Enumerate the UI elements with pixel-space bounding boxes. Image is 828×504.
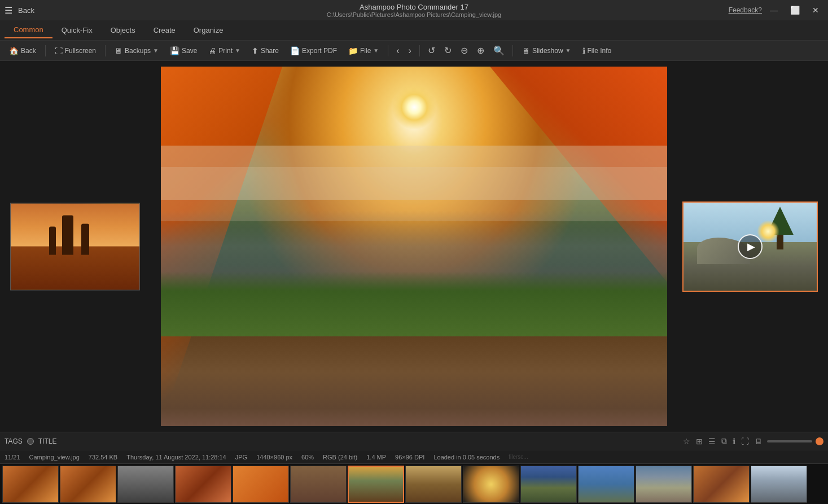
filmstrip-item-9[interactable] — [463, 466, 519, 503]
print-button[interactable]: 🖨 Print ▼ — [204, 44, 245, 58]
title-label[interactable]: TITLE — [38, 437, 57, 445]
rock-formation-2 — [62, 216, 73, 255]
print-label: Print — [218, 47, 233, 55]
status-megapixels: 1.4 MP — [366, 454, 386, 461]
play-icon: ▶ — [747, 240, 755, 253]
back-button[interactable]: 🏠 Back — [5, 44, 41, 58]
export-pdf-button[interactable]: 📄 Export PDF — [286, 44, 341, 58]
file-info-button[interactable]: ℹ File Info — [578, 44, 616, 58]
nav-tabs: Common Quick-Fix Objects Create Organize — [0, 20, 828, 41]
status-filename: Camping_view.jpg — [29, 454, 80, 461]
close-button[interactable]: ✕ — [808, 5, 823, 16]
tab-create[interactable]: Create — [144, 23, 185, 38]
save-icon: 💾 — [170, 46, 179, 55]
foliage — [161, 271, 667, 336]
title-bar: ☰ Back Ashampoo Photo Commander 17 C:\Us… — [0, 0, 828, 20]
export-pdf-icon: 📄 — [290, 46, 300, 55]
rotate-left-button[interactable]: ↺ — [424, 43, 439, 58]
file-button[interactable]: 📁 File ▼ — [344, 44, 383, 58]
grid-icon[interactable]: ⊞ — [695, 436, 704, 447]
status-dpi: 96×96 DPI — [395, 454, 424, 461]
tab-common[interactable]: Common — [5, 22, 52, 38]
minimize-button[interactable]: — — [765, 5, 782, 16]
back-label: Back — [21, 47, 36, 55]
rock-formation-1 — [49, 227, 56, 255]
rotate-right-button[interactable]: ↻ — [441, 43, 455, 58]
share-label: Share — [261, 47, 279, 55]
file-icon: 📁 — [348, 46, 358, 55]
compare-icon[interactable]: ⧉ — [720, 435, 728, 447]
filmstrip-item-2[interactable] — [60, 466, 116, 503]
info2-icon[interactable]: ℹ — [731, 436, 737, 447]
left-thumbnail-image — [11, 203, 139, 290]
filmstrip-item-13[interactable] — [693, 466, 750, 503]
next-button[interactable]: › — [405, 43, 415, 58]
filmstrip-item-6[interactable] — [290, 466, 347, 503]
filmstrip-item-1[interactable] — [2, 466, 59, 503]
zoom-fit-button[interactable]: ⊕ — [474, 43, 488, 58]
tags-label[interactable]: TAGS — [5, 437, 23, 445]
play-button[interactable]: ▶ — [738, 234, 763, 259]
zoom-dot[interactable] — [816, 437, 823, 445]
title-bar-left: ☰ Back — [5, 5, 34, 16]
filmstrip-item-11[interactable] — [578, 466, 634, 503]
toolbar-separator-3 — [388, 45, 388, 56]
filmstrip-item-14[interactable] — [751, 466, 807, 503]
share-icon: ⬆ — [252, 46, 259, 55]
right-thumbnail[interactable]: ▶ — [682, 201, 818, 292]
filmstrip — [0, 463, 828, 504]
left-thumbnail[interactable] — [10, 203, 140, 290]
toolbar-separator-4 — [419, 45, 420, 56]
file-info-icon: ℹ — [582, 46, 585, 55]
restore-button[interactable]: ⬜ — [786, 5, 804, 16]
zoom-in-button[interactable]: 🔍 — [490, 43, 508, 58]
app-title: Ashampoo Photo Commander 17 — [327, 3, 501, 11]
fullscreen2-icon[interactable]: ⛶ — [740, 436, 750, 447]
toolbar-separator-1 — [45, 45, 46, 56]
fullscreen-label: Fullscreen — [65, 47, 96, 55]
list-icon[interactable]: ☰ — [707, 436, 717, 447]
save-label: Save — [182, 47, 197, 55]
main-area: ▶ — [0, 61, 828, 432]
main-image-container — [161, 67, 667, 426]
status-zoom: 60% — [301, 454, 314, 461]
filmstrip-item-8[interactable] — [405, 466, 462, 503]
monitor-icon[interactable]: 🖥 — [753, 436, 764, 447]
tab-objects[interactable]: Objects — [102, 23, 144, 38]
filmstrip-item-4[interactable] — [175, 466, 231, 503]
filmstrip-item-5[interactable] — [233, 466, 289, 503]
slideshow-dropdown-icon: ▼ — [566, 47, 571, 54]
desert-sky — [11, 203, 139, 251]
file-label: File — [360, 47, 371, 55]
share-button[interactable]: ⬆ Share — [247, 44, 283, 58]
status-bar: 11/21 Camping_view.jpg 732.54 KB Thursda… — [0, 450, 828, 463]
filmstrip-item-7[interactable] — [348, 466, 404, 503]
rock-formation-3 — [81, 224, 89, 255]
fullscreen-button[interactable]: ⛶ Fullscreen — [50, 44, 100, 58]
menu-label[interactable]: Back — [18, 6, 34, 15]
tab-organize[interactable]: Organize — [185, 23, 233, 38]
prev-button[interactable]: ‹ — [393, 43, 402, 58]
watermark: filersc... — [509, 454, 528, 460]
slideshow-button[interactable]: 🖥 Slideshow ▼ — [518, 44, 576, 58]
file-info-label: File Info — [588, 47, 612, 55]
title-radio[interactable] — [27, 438, 34, 445]
zoom-out-button[interactable]: ⊖ — [457, 43, 471, 58]
filmstrip-item-3[interactable] — [117, 466, 174, 503]
desert-ground — [11, 247, 139, 290]
toolbar: 🏠 Back ⛶ Fullscreen 🖥 Backups ▼ 💾 Save 🖨… — [0, 41, 828, 61]
feedback-link[interactable]: Feedback? — [729, 6, 762, 14]
zoom-slider[interactable] — [767, 440, 812, 442]
export-pdf-label: Export PDF — [302, 47, 337, 55]
filmstrip-item-12[interactable] — [636, 466, 692, 503]
tab-quick-fix[interactable]: Quick-Fix — [52, 23, 102, 38]
backups-button[interactable]: 🖥 Backups ▼ — [110, 44, 163, 58]
file-dropdown-icon: ▼ — [373, 47, 379, 54]
menu-icon[interactable]: ☰ — [5, 5, 12, 16]
sun-glow — [392, 85, 437, 130]
star-icon[interactable]: ☆ — [682, 436, 691, 447]
save-button[interactable]: 💾 Save — [165, 44, 201, 58]
slideshow-icon: 🖥 — [522, 46, 530, 55]
filmstrip-item-10[interactable] — [520, 466, 577, 503]
status-color: RGB (24 bit) — [323, 454, 357, 461]
